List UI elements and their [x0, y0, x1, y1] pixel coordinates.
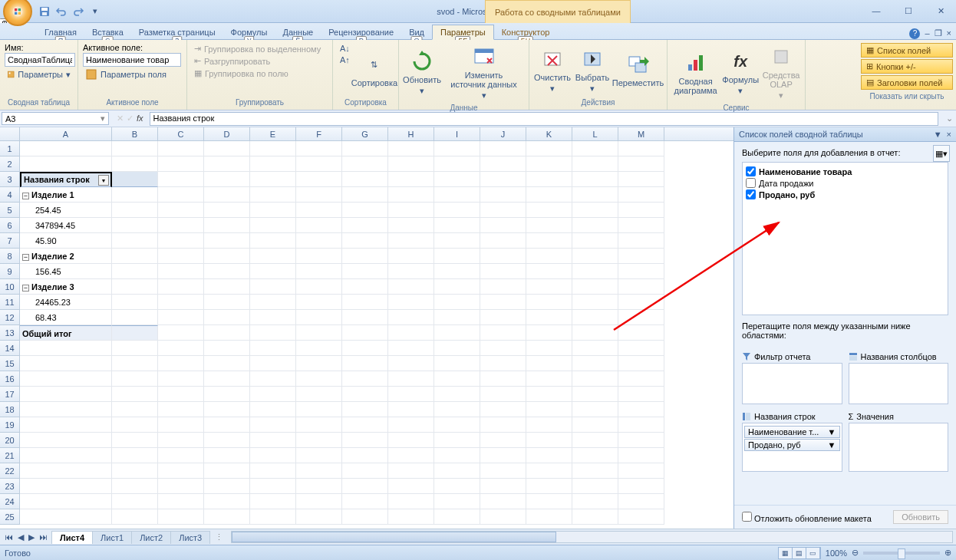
- cell[interactable]: [20, 387, 112, 402]
- cell[interactable]: [434, 310, 480, 325]
- cell[interactable]: [618, 172, 664, 187]
- cell[interactable]: 24465.23: [20, 295, 112, 310]
- cell[interactable]: [572, 279, 618, 295]
- cell[interactable]: [250, 279, 296, 295]
- cell[interactable]: [526, 494, 572, 509]
- cell[interactable]: [342, 479, 388, 494]
- cell[interactable]: [526, 156, 572, 172]
- cell[interactable]: [204, 494, 250, 509]
- cell[interactable]: [618, 218, 664, 233]
- cell[interactable]: [296, 402, 342, 417]
- tab-page-layout[interactable]: Разметка страницыЗ: [131, 25, 223, 39]
- cell[interactable]: [296, 433, 342, 448]
- cell[interactable]: [526, 172, 572, 187]
- cell[interactable]: −Изделие 3: [20, 279, 112, 295]
- cell[interactable]: [388, 141, 434, 156]
- cell[interactable]: [342, 402, 388, 417]
- cell[interactable]: [434, 371, 480, 387]
- cell[interactable]: Названия строк▼: [20, 172, 112, 187]
- cell[interactable]: [618, 494, 664, 509]
- cell[interactable]: [112, 264, 158, 279]
- cell[interactable]: [112, 249, 158, 264]
- sort-button[interactable]: ⇅Сортировка: [355, 43, 394, 97]
- collapse-icon[interactable]: −: [22, 285, 29, 292]
- cell[interactable]: [296, 218, 342, 233]
- cell[interactable]: [112, 172, 158, 187]
- fx-icon[interactable]: fx: [137, 114, 143, 124]
- cell[interactable]: [342, 387, 388, 402]
- row-header[interactable]: 23: [0, 479, 20, 494]
- cell[interactable]: [112, 233, 158, 249]
- cell[interactable]: [618, 448, 664, 463]
- cell[interactable]: [434, 448, 480, 463]
- sheet-tab[interactable]: Лист1: [92, 531, 132, 544]
- cell[interactable]: [204, 218, 250, 233]
- cell[interactable]: [480, 417, 526, 433]
- cell[interactable]: [572, 371, 618, 387]
- cell[interactable]: [572, 325, 618, 341]
- field-list[interactable]: Наименование товара Дата продажи Продано…: [742, 162, 948, 315]
- cell[interactable]: [526, 141, 572, 156]
- cell[interactable]: [572, 187, 618, 203]
- cell[interactable]: [112, 310, 158, 325]
- pane-close-icon[interactable]: ×: [947, 130, 951, 139]
- cell[interactable]: [158, 310, 204, 325]
- cell[interactable]: [158, 479, 204, 494]
- cell[interactable]: [618, 356, 664, 371]
- cell[interactable]: [480, 356, 526, 371]
- row-header[interactable]: 9: [0, 264, 20, 279]
- cell[interactable]: [480, 295, 526, 310]
- name-box[interactable]: A3▾: [2, 112, 109, 125]
- cell[interactable]: [20, 356, 112, 371]
- cell[interactable]: [480, 371, 526, 387]
- cell[interactable]: [20, 156, 112, 172]
- cell[interactable]: [434, 156, 480, 172]
- col-header[interactable]: I: [434, 127, 480, 140]
- cell[interactable]: 45.90: [20, 233, 112, 249]
- cell[interactable]: [572, 356, 618, 371]
- cell[interactable]: [20, 141, 112, 156]
- cell[interactable]: 68.43: [20, 310, 112, 325]
- redo-icon[interactable]: [71, 4, 86, 19]
- cell[interactable]: [296, 341, 342, 356]
- cell[interactable]: [388, 310, 434, 325]
- cell[interactable]: [526, 310, 572, 325]
- cell[interactable]: [158, 233, 204, 249]
- cell[interactable]: [204, 341, 250, 356]
- cell[interactable]: [618, 341, 664, 356]
- row-header[interactable]: 5: [0, 203, 20, 218]
- cell[interactable]: [112, 387, 158, 402]
- cell[interactable]: [434, 341, 480, 356]
- cell[interactable]: [158, 417, 204, 433]
- zoom-slider[interactable]: [863, 552, 940, 555]
- cell[interactable]: [572, 463, 618, 479]
- cell[interactable]: [388, 295, 434, 310]
- cell[interactable]: [342, 295, 388, 310]
- cell[interactable]: [20, 371, 112, 387]
- cell[interactable]: [480, 187, 526, 203]
- cell[interactable]: [618, 310, 664, 325]
- worksheet-grid[interactable]: A B C D E F G H I J K L M 123Названия ст…: [0, 127, 733, 529]
- cell[interactable]: [388, 387, 434, 402]
- cell[interactable]: [204, 371, 250, 387]
- row-header[interactable]: 15: [0, 356, 20, 371]
- cell[interactable]: [20, 402, 112, 417]
- cell[interactable]: [618, 295, 664, 310]
- cell[interactable]: [388, 203, 434, 218]
- cell[interactable]: [296, 249, 342, 264]
- cell[interactable]: [526, 218, 572, 233]
- cell[interactable]: [572, 172, 618, 187]
- cell[interactable]: [342, 433, 388, 448]
- cell[interactable]: [572, 341, 618, 356]
- sheet-nav-last-icon[interactable]: ⏭: [38, 532, 49, 542]
- minimize-ribbon-icon[interactable]: –: [925, 28, 929, 39]
- cell[interactable]: [434, 325, 480, 341]
- cell[interactable]: [572, 249, 618, 264]
- cell[interactable]: [204, 295, 250, 310]
- cell[interactable]: [572, 417, 618, 433]
- cell[interactable]: [618, 279, 664, 295]
- cell[interactable]: [296, 233, 342, 249]
- cell[interactable]: [342, 218, 388, 233]
- cell[interactable]: [158, 387, 204, 402]
- cell[interactable]: [434, 356, 480, 371]
